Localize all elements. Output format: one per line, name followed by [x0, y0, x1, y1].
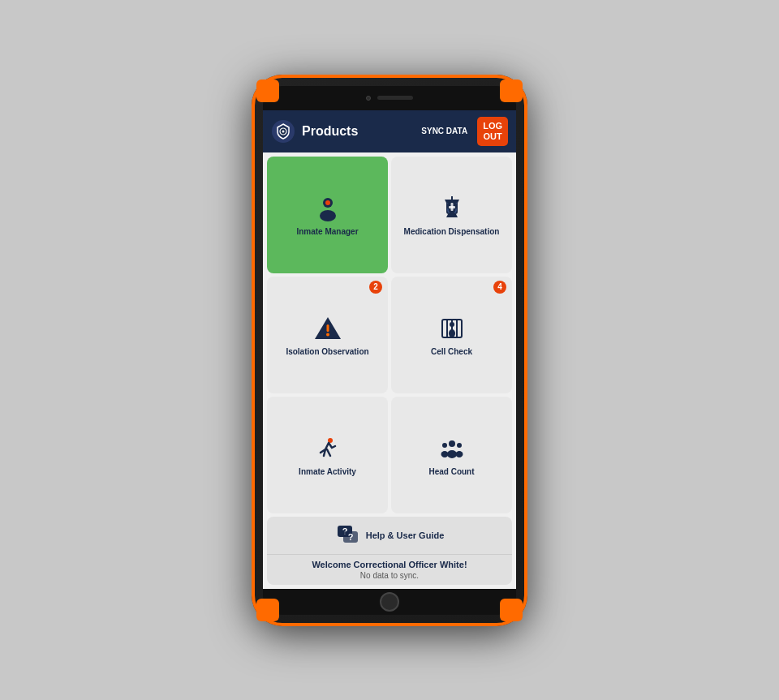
head-count-button[interactable]: Head Count: [391, 397, 512, 513]
svg-point-26: [449, 329, 455, 337]
running-icon: [312, 433, 343, 464]
svg-point-32: [457, 443, 462, 448]
svg-rect-19: [326, 324, 329, 332]
sync-status: No data to sync.: [272, 571, 507, 580]
cell-check-label: Cell Check: [431, 347, 472, 357]
welcome-message: Welcome Correctional Officer White!: [272, 560, 507, 569]
svg-rect-15: [448, 214, 456, 217]
cell-icon: [437, 313, 467, 344]
warning-icon: [312, 313, 343, 344]
svg-point-31: [441, 451, 448, 457]
inmate-manager-label: Inmate Manager: [296, 227, 358, 237]
medication-dispensation-button[interactable]: Medication Dispensation: [391, 157, 512, 273]
svg-point-28: [449, 440, 455, 447]
phone-device: Products SYNC DATA LOGOUT: [252, 75, 527, 626]
menu-grid: Inmate Manager: [263, 152, 516, 589]
help-icon: ? ?: [335, 523, 359, 548]
svg-point-2: [282, 130, 285, 132]
logout-button[interactable]: LOGOUT: [477, 117, 508, 146]
svg-point-33: [455, 451, 463, 457]
medication-icon: [437, 193, 467, 224]
svg-text:?: ?: [347, 532, 353, 542]
isolation-badge: 2: [369, 281, 382, 294]
screen: Products SYNC DATA LOGOUT: [263, 110, 516, 589]
person-icon: [312, 193, 343, 224]
medication-dispensation-label: Medication Dispensation: [404, 227, 500, 237]
isolation-observation-button[interactable]: 2 Isolation Observation: [267, 277, 388, 393]
group-icon: [437, 433, 467, 464]
inmate-activity-label: Inmate Activity: [299, 467, 356, 477]
svg-point-4: [325, 200, 330, 205]
app-title: Products: [302, 124, 415, 139]
app-logo-icon: [271, 119, 295, 144]
cell-check-button[interactable]: 4: [391, 277, 512, 393]
svg-rect-17: [449, 206, 455, 208]
speaker-grille: [377, 96, 413, 100]
app-header: Products SYNC DATA LOGOUT: [263, 110, 516, 152]
camera-dot: [366, 96, 371, 101]
inmate-manager-button[interactable]: Inmate Manager: [267, 157, 388, 273]
inmate-activity-button[interactable]: Inmate Activity: [267, 397, 388, 513]
svg-point-20: [326, 333, 329, 336]
isolation-observation-label: Isolation Observation: [286, 347, 368, 357]
help-label: Help & User Guide: [366, 530, 445, 540]
svg-point-29: [447, 450, 457, 458]
cell-check-badge: 4: [493, 281, 506, 294]
help-button[interactable]: ? ? Help & User Guide: [267, 517, 512, 555]
svg-point-30: [442, 443, 447, 448]
svg-point-25: [450, 322, 454, 327]
sync-data-button[interactable]: SYNC DATA: [421, 127, 467, 135]
svg-point-5: [320, 210, 336, 221]
home-button[interactable]: [380, 592, 399, 612]
head-count-label: Head Count: [428, 467, 474, 477]
